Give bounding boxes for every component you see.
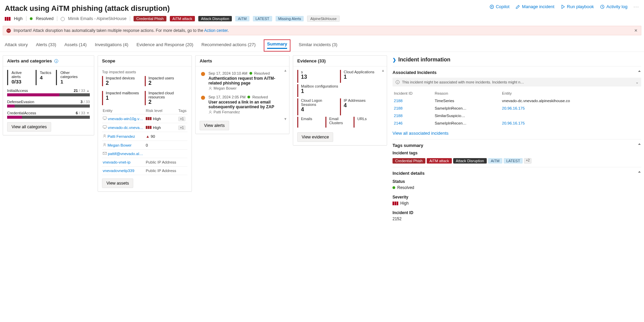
chevron-right-icon[interactable]: ❯ [393, 57, 396, 62]
incident-id-link[interactable]: 2188 [394, 99, 403, 103]
card-title-ac: Alerts and categories [7, 58, 52, 63]
manage-incident-button[interactable]: Manage incident [516, 4, 554, 9]
table-row[interactable]: vnevado-dc.vneva… High+1 [102, 123, 187, 132]
chevron-up-icon: ⌃ [638, 171, 641, 176]
tag-missing-alerts[interactable]: Missing Alerts [276, 16, 304, 21]
svg-rect-5 [103, 117, 106, 119]
tabs: Attack story Alerts (33) Assets (14) Inv… [0, 37, 644, 52]
tag-alpineskihouse[interactable]: AlpineSkiHouse [307, 16, 340, 22]
svg-point-10 [209, 87, 211, 89]
svg-point-1 [491, 6, 492, 7]
info-icon[interactable]: i [54, 59, 59, 63]
card-title-scope: Scope [102, 58, 115, 63]
chevron-up-icon: ⌃ [638, 143, 641, 148]
svg-point-11 [209, 111, 211, 112]
tab-recommended[interactable]: Recommended actions (27) [201, 40, 256, 52]
run-playbook-button[interactable]: Run playbook [561, 4, 594, 9]
table-row[interactable]: pattif@vnevado.al… [102, 150, 187, 158]
play-icon [561, 4, 565, 9]
alert-item[interactable]: Sep 17, 2024 2:05 PMResolvedUser accesse… [200, 94, 285, 117]
incident-details-header[interactable]: Incident details⌃ [393, 171, 641, 176]
severity-icon [5, 17, 11, 21]
tab-investigations[interactable]: Investigations (4) [95, 40, 128, 52]
entity-link[interactable]: vnevado-dc.vneva… [108, 126, 143, 130]
tag[interactable]: AiTM attack [427, 158, 452, 164]
evidence-item: Cloud Applications1 [340, 70, 383, 83]
severity-label: Severity [393, 195, 641, 200]
tab-summary[interactable]: Summary [267, 41, 287, 49]
activity-log-button[interactable]: Activity log [600, 4, 627, 9]
scope-metric-label: Impacted cloud resources [148, 91, 185, 99]
tab-evidence-response[interactable]: Evidence and Response (20) [137, 40, 194, 52]
important-notice-bar: — Important! Attack disruption has autom… [3, 26, 641, 35]
incident-tags-sub: Incident tags [393, 151, 641, 155]
svg-point-7 [104, 134, 105, 136]
svg-text:i: i [397, 81, 398, 84]
table-row[interactable]: vnevado-win10g.v… High+1 [102, 114, 187, 123]
close-icon[interactable]: ✕ [634, 28, 638, 33]
tag[interactable]: Credential Phish [393, 158, 425, 164]
associated-incidents-header[interactable]: Associated Incidents⌃ [393, 70, 641, 75]
view-assets-button[interactable]: View assets [102, 178, 133, 188]
entity-link[interactable]: vnevado-win10g.v… [108, 117, 143, 121]
view-alerts-button[interactable]: View alerts [200, 121, 229, 130]
scope-subtitle: Top impacted assets [102, 70, 187, 74]
tag-attack-disruption[interactable]: Attack Disruption [198, 16, 232, 21]
tag-credential-phish[interactable]: Credential Phish [134, 16, 166, 21]
status-icon [393, 186, 395, 189]
tab-similar[interactable]: Similar incidents (3) [299, 40, 337, 52]
scroll-up-icon[interactable]: ▲ [284, 69, 287, 72]
tab-alerts[interactable]: Alerts (33) [36, 40, 56, 52]
entity-link[interactable]: vnevado-vnet-ip [103, 160, 130, 164]
entity-link[interactable]: pattif@vnevado.al… [108, 152, 143, 156]
table-row[interactable]: Patti Fernandez▲ 90 [102, 132, 187, 141]
evidence-item: Emails [297, 117, 325, 128]
tags-summary-header[interactable]: Tags summary⌃ [393, 143, 641, 148]
associated-info-box: iThis incident might be associated with … [393, 78, 641, 87]
scope-metric-value: 2 [148, 99, 185, 105]
info-icon: i [395, 80, 400, 84]
view-all-associated-link[interactable]: View all associated incidents [393, 131, 448, 136]
table-row[interactable]: 2146SameIpInRecen…20.96.16.175 [393, 120, 641, 127]
tab-attack-story[interactable]: Attack story [5, 40, 28, 52]
other-cat-label: Other categories [60, 71, 86, 79]
incident-id-link[interactable]: 2146 [394, 121, 403, 125]
table-row[interactable]: Megan Bower0 [102, 141, 187, 150]
tag-latest[interactable]: LATEST [253, 16, 272, 21]
evidence-item: IP Addresses4 [340, 98, 383, 115]
entity-link[interactable]: Patti Fernandez [107, 134, 135, 138]
evidence-item: s13 [297, 70, 340, 83]
evidence-item: URLs [354, 117, 382, 128]
copilot-button[interactable]: Copilot [489, 4, 509, 9]
view-evidence-button[interactable]: View evidence [297, 132, 333, 142]
scope-metric-label: Impacted devices [106, 76, 142, 80]
tag-aitm[interactable]: AiTM [235, 16, 249, 21]
incident-id-link[interactable]: 2188 [394, 106, 403, 110]
incident-id-link[interactable]: 2188 [394, 114, 403, 118]
alert-item[interactable]: Sep 17, 2024 10:10 AMResolvedAuthenticat… [200, 70, 285, 94]
table-row[interactable]: vnevadovnetip339Public IP Address [102, 167, 187, 175]
tag[interactable]: Attack Disruption [453, 158, 487, 164]
tab-assets[interactable]: Assets (14) [64, 40, 87, 52]
tag[interactable]: AiTM [488, 158, 502, 164]
tag-aitm-attack[interactable]: AiTM attack [170, 16, 195, 21]
action-center-link[interactable]: Action center [204, 28, 227, 33]
table-row[interactable]: 2188TimeSeriesvnevado-dc.vnevado.alpines… [393, 97, 641, 104]
scope-metric-label: Impacted users [148, 76, 185, 80]
tag[interactable]: LATEST [504, 158, 523, 164]
scroll-up-icon[interactable]: ▲ [381, 69, 385, 72]
entity-link[interactable]: vnevadovnetip339 [103, 169, 134, 173]
view-all-categories-button[interactable]: View all categories [7, 122, 51, 132]
more-icon[interactable]: ··· [633, 4, 639, 9]
svg-rect-6 [103, 126, 106, 128]
scroll-down-icon[interactable]: ▼ [284, 117, 287, 121]
svg-point-8 [104, 143, 105, 145]
table-row[interactable]: 2188SimilarSuspicio… [393, 112, 641, 119]
incident-meta-row: High Resolved Mimik Emails - AlpineSkiHo… [0, 15, 644, 24]
table-row[interactable]: 2188SameIpInRecen…20.96.16.175 [393, 105, 641, 112]
category-name: CredentialAccess [7, 111, 36, 115]
entity-link[interactable]: Megan Bower [107, 143, 132, 147]
chevron-down-icon[interactable]: ⌄ [636, 80, 639, 84]
table-row[interactable]: vnevado-vnet-ipPublic IP Address [102, 158, 187, 167]
tag-more[interactable]: +2 [524, 158, 531, 164]
